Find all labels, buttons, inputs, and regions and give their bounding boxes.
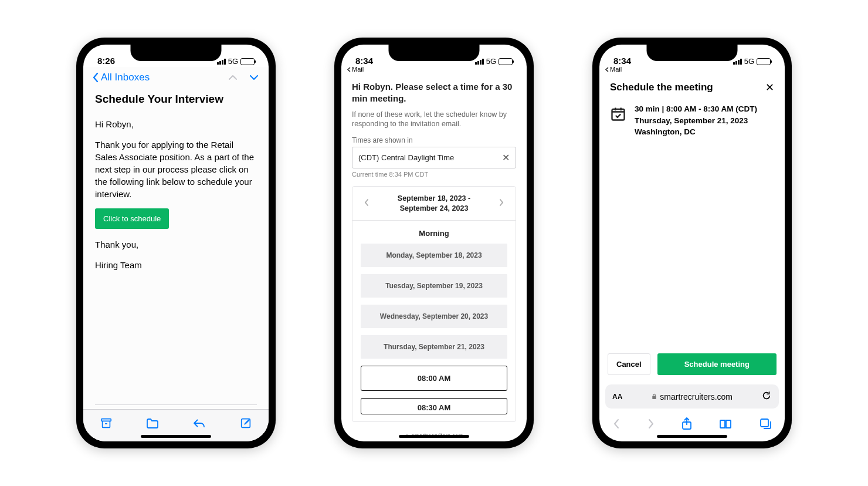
cancel-button[interactable]: Cancel [608,353,650,375]
day-option[interactable]: Monday, September 18, 2023 [361,244,507,267]
divider [95,404,257,405]
current-time-label: Current time 8:34 PM CDT [352,171,516,178]
back-to-mail[interactable]: Mail [599,66,785,73]
back-all-inboxes[interactable]: All Inboxes [93,72,150,83]
week-range: September 18, 2023 - September 24, 2023 [372,194,496,213]
compose-icon[interactable] [239,417,252,432]
week-selector: September 18, 2023 - September 24, 2023 … [352,186,516,422]
chevron-down-icon[interactable] [249,72,259,83]
chevron-left-icon [93,72,99,83]
screen-2: 8:34 5G Mail Hi Robyn. Please select a t… [341,45,527,441]
close-icon[interactable]: ✕ [502,152,510,163]
next-week-button[interactable] [496,197,507,210]
svg-rect-4 [653,396,656,400]
section-morning-label: Morning [352,221,516,244]
svg-rect-3 [612,109,625,120]
mail-subject: Schedule Your Interview [95,92,257,107]
status-right: 5G [475,57,513,66]
battery-icon [757,58,771,65]
back-app-label: Mail [610,66,622,73]
meeting-line1: 30 min | 8:00 AM - 8:30 AM (CDT) [635,103,757,115]
status-right: 5G [217,57,255,66]
mail-signoff: Hiring Team [95,259,257,271]
back-to-mail[interactable]: Mail [341,66,527,73]
phone-mockup-2: 8:34 5G Mail Hi Robyn. Please select a t… [334,38,534,448]
timezone-value: (CDT) Central Daylight Time [358,153,454,162]
battery-icon [240,58,255,65]
schedule-heading: Schedule the meeting [610,82,713,93]
mail-thanks: Thank you, [95,238,257,251]
text-size-button[interactable]: AA [612,393,622,401]
back-label: All Inboxes [101,72,150,83]
mail-paragraph: Thank you for applying to the Retail Sal… [95,139,257,200]
timezone-label: Times are shown in [352,136,516,144]
notch [389,45,480,61]
bookmarks-icon[interactable] [718,418,733,432]
home-indicator[interactable] [399,435,469,438]
url-text: smartrecruiters.com [660,392,733,401]
scheduler-title: Hi Robyn. Please select a time for a 30 … [352,81,516,105]
network-label: 5G [486,57,496,66]
signal-icon [217,59,226,65]
safari-url-bar[interactable]: AA smartrecruiters.com [605,384,779,409]
mail-body: Schedule Your Interview Hi Robyn, Thank … [83,88,269,441]
week-range-line1: September 18, 2023 - [398,194,470,203]
status-right: 5G [733,57,771,66]
notch [647,45,738,61]
battery-icon [499,58,513,65]
home-indicator[interactable] [657,435,727,438]
home-indicator[interactable] [141,435,211,438]
phone-mockup-1: 8:26 5G All Inboxes Schedule Your Interv… [76,38,276,448]
network-label: 5G [744,57,754,66]
forward-icon[interactable] [647,418,655,432]
status-time: 8:26 [97,56,115,66]
meeting-line2: Thursday, September 21, 2023 [635,115,757,127]
screen-3: 8:34 5G Mail Schedule the meeting ✕ 30 m… [599,45,785,441]
network-label: 5G [228,57,238,66]
time-slot[interactable]: 08:30 AM [361,398,507,414]
back-app-label: Mail [352,66,364,73]
week-range-line2: September 24, 2023 [400,204,469,212]
mail-greeting: Hi Robyn, [95,118,257,130]
reload-icon[interactable] [761,390,772,403]
archive-icon[interactable] [100,417,113,432]
share-icon[interactable] [681,417,693,433]
day-option[interactable]: Thursday, September 21, 2023 [361,335,507,359]
signal-icon [733,59,742,65]
svg-rect-0 [101,419,111,421]
time-slot[interactable]: 08:00 AM [361,366,507,391]
chevron-up-icon[interactable] [228,72,238,83]
tabs-icon[interactable] [759,417,772,433]
signal-icon [475,59,484,65]
phone-mockup-3: 8:34 5G Mail Schedule the meeting ✕ 30 m… [592,38,792,448]
click-to-schedule-button[interactable]: Click to schedule [95,208,169,229]
back-icon[interactable] [612,418,621,432]
scheduler-subtitle: If none of these work, let the scheduler… [352,110,516,130]
calendar-check-icon [610,106,626,122]
status-time: 8:34 [613,56,631,66]
schedule-meeting-button[interactable]: Schedule meeting [657,353,777,375]
timezone-select[interactable]: (CDT) Central Daylight Time ✕ [352,147,516,168]
reply-icon[interactable] [192,417,206,432]
meeting-summary: 30 min | 8:00 AM - 8:30 AM (CDT) Thursda… [599,100,785,141]
meeting-line3: Washington, DC [635,126,757,138]
svg-rect-6 [761,419,768,427]
day-option[interactable]: Wednesday, September 20, 2023 [361,305,507,328]
notch [131,45,222,61]
folder-icon[interactable] [145,417,160,432]
close-icon[interactable]: ✕ [765,81,774,94]
prev-week-button[interactable] [361,197,372,210]
status-time: 8:34 [355,56,373,66]
day-option[interactable]: Tuesday, September 19, 2023 [361,274,507,298]
mail-nav-bar: All Inboxes [83,67,269,88]
lock-icon [651,393,657,400]
screen-1: 8:26 5G All Inboxes Schedule Your Interv… [83,45,269,441]
